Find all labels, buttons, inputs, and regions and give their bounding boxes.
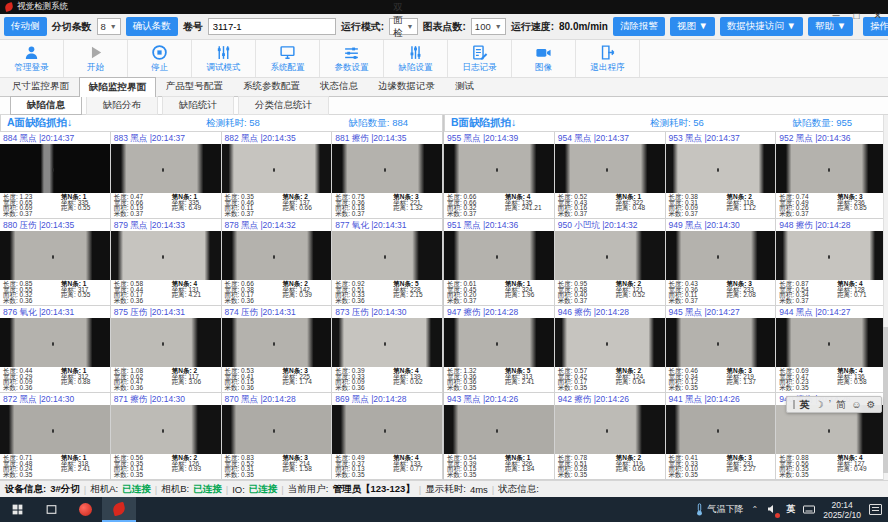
defect-cell[interactable]: 943 黑点 |20:14:26长度: 0.54宽度: 0.39面积: 0.15… — [444, 393, 555, 480]
defect-cell-header: 948 擦伤 |20:14:28 — [776, 219, 886, 231]
defect-cell[interactable]: 869 黑点 |20:14:28长度: 0.49宽度: 0.37面积: 0.13… — [332, 393, 443, 480]
taskbar-clock[interactable]: 20:14 2025/2/10 — [823, 500, 861, 520]
moon-icon[interactable]: ☽ — [815, 397, 824, 412]
defect-cell[interactable]: 949 黑点 |20:14:30长度: 0.43宽度: 0.36面积: 0.11… — [666, 219, 777, 306]
action-camera-button[interactable]: 图像 — [512, 40, 576, 77]
action-log-button[interactable]: 日志记录 — [448, 40, 512, 77]
defect-cell[interactable]: 942 擦伤 |20:14:26长度: 0.78宽度: 0.51面积: 0.28… — [555, 393, 666, 480]
defect-cell[interactable]: 880 压伤 |20:14:35长度: 0.85宽度: 0.55面积: 0.32… — [0, 219, 111, 306]
defect-cell-header: 942 擦伤 |20:14:26 — [555, 393, 665, 405]
main-tab-5[interactable]: 边缘数据记录 — [368, 76, 445, 96]
defect-cell[interactable]: 882 黑点 |20:14:35长度: 0.35宽度: 0.46面积: 0.11… — [222, 132, 333, 219]
defect-image — [222, 318, 332, 367]
defect-cell[interactable]: 881 擦伤 |20:14:35长度: 0.75宽度: 0.36面积: 0.18… — [332, 132, 443, 219]
action-center-icon[interactable] — [869, 504, 882, 515]
defect-cell[interactable]: 878 黑点 |20:14:32长度: 0.66宽度: 0.38面积: 0.17… — [222, 219, 333, 306]
defect-cell[interactable]: 877 氧化 |20:14:31长度: 0.92宽度: 0.51面积: 0.33… — [332, 219, 443, 306]
action-exit-button[interactable]: 退出程序 — [576, 40, 640, 77]
defect-info: 长度: 0.54宽度: 0.39面积: 0.15米数: 0.35第N条: 1坐标… — [444, 454, 554, 479]
defect-cell[interactable]: 944 黑点 |20:14:27长度: 0.69宽度: 0.47面积: 0.23… — [776, 306, 887, 393]
confirm-count-button[interactable]: 确认条数 — [126, 17, 178, 36]
action-params-button[interactable]: 参数设置 — [320, 40, 384, 77]
tray-expand-button[interactable]: ⌃ — [751, 505, 758, 514]
defect-cell[interactable]: 948 擦伤 |20:14:28长度: 0.87宽度: 0.54面积: 0.34… — [776, 219, 887, 306]
defect-cell[interactable]: 870 黑点 |20:14:28长度: 0.83宽度: 0.52面积: 0.31… — [222, 393, 333, 480]
action-stop-button[interactable]: 停止 — [128, 40, 192, 77]
main-tab-4[interactable]: 状态信息 — [310, 76, 368, 96]
defect-cell[interactable]: 875 压伤 |20:14:31长度: 1.08宽度: 0.62面积: 0.47… — [111, 306, 222, 393]
chart-points-select[interactable]: 100▼ — [471, 18, 506, 35]
defect-cell[interactable]: 955 黑点 |20:14:39长度: 0.66宽度: 0.66面积: 0.32… — [444, 132, 555, 219]
volume-button[interactable] — [766, 503, 778, 517]
main-tab-1[interactable]: 缺陷监控界面 — [79, 77, 156, 97]
view-menu-button[interactable]: 视图 ▼ — [670, 17, 715, 36]
action-debug-button[interactable]: 调试模式 — [192, 40, 256, 77]
main-tab-3[interactable]: 系统参数配置 — [233, 76, 310, 96]
clear-alarm-button[interactable]: 清除报警 — [613, 17, 665, 36]
action-play-button[interactable]: 开始 — [64, 40, 128, 77]
ime-settings-gear-icon[interactable]: ⚙ — [866, 397, 875, 412]
action-user-button[interactable]: 管理登录 — [0, 40, 64, 77]
defect-cell[interactable]: 945 黑点 |20:14:27长度: 0.46宽度: 0.34面积: 0.12… — [666, 306, 777, 393]
task-view-button[interactable] — [34, 497, 68, 522]
sub-tab-2[interactable]: 缺陷统计 — [162, 96, 234, 115]
defect-cell-header: 883 黑点 |20:14:37 — [111, 132, 221, 144]
main-tab-6[interactable]: 测试 — [445, 76, 484, 96]
slit-count-select[interactable]: 8▼ — [97, 18, 121, 35]
defect-cell[interactable]: 951 黑点 |20:14:36长度: 0.61宽度: 0.45面积: 0.20… — [444, 219, 555, 306]
defect-cell[interactable]: 954 黑点 |20:14:37长度: 0.52宽度: 0.43面积: 0.16… — [555, 132, 666, 219]
defect-cell[interactable]: 871 擦伤 |20:14:30长度: 0.56宽度: 0.35面积: 0.14… — [111, 393, 222, 480]
maximize-button[interactable]: □ — [854, 11, 860, 21]
ime-language-toggle[interactable]: 英 — [800, 397, 810, 412]
transmission-side-button[interactable]: 传动侧 — [4, 17, 47, 36]
simplified-chinese-toggle[interactable]: 简 — [836, 397, 846, 412]
defect-meter: 米数: 0.36 — [225, 298, 281, 304]
defect-cell-header: 953 黑点 |20:14:37 — [666, 132, 776, 144]
defect-cell[interactable]: 879 黑点 |20:14:33长度: 0.58宽度: 0.44面积: 0.17… — [111, 219, 222, 306]
defect-cell[interactable]: 873 压伤 |20:14:30长度: 0.39宽度: 0.33面积: 0.09… — [332, 306, 443, 393]
defect-info: 长度: 0.85宽度: 0.55面积: 0.32米数: 0.36第N条: 1坐标… — [0, 280, 110, 305]
defect-image — [776, 144, 886, 193]
defect-image — [111, 318, 221, 367]
main-tab-0[interactable]: 尺寸监控界面 — [2, 76, 79, 96]
main-tab-2[interactable]: 产品型号配置 — [156, 76, 233, 96]
defect-cell[interactable]: 946 擦伤 |20:14:28长度: 0.57宽度: 0.42面积: 0.17… — [555, 306, 666, 393]
start-button[interactable] — [0, 497, 34, 522]
data-quick-access-button[interactable]: 数据快捷访问 ▼ — [720, 17, 803, 36]
action-system-button[interactable]: 系统配置 — [256, 40, 320, 77]
close-button[interactable]: ✕ — [874, 11, 882, 21]
defect-cell[interactable]: 941 黑点 |20:14:26长度: 0.41宽度: 0.33面积: 0.10… — [666, 393, 777, 480]
touch-keyboard-icon[interactable] — [803, 505, 815, 515]
run-mode-select[interactable]: 双面检测▼ — [389, 18, 417, 35]
defect-dist: 距离: 1.32 — [393, 205, 422, 211]
windows-logo-icon — [11, 503, 24, 516]
minimize-button[interactable]: ─ — [832, 11, 839, 21]
ime-grip-icon[interactable] — [793, 400, 795, 409]
vertical-scrollbar[interactable] — [883, 115, 888, 480]
defect-cell[interactable]: 952 黑点 |20:14:36长度: 0.74宽度: 0.49面积: 0.26… — [776, 132, 887, 219]
sub-tab-3[interactable]: 分类信息统计 — [238, 96, 329, 115]
defect-cell[interactable]: 883 黑点 |20:14:37长度: 0.47宽度: 0.66面积: 0.19… — [111, 132, 222, 219]
sub-tab-1[interactable]: 缺陷分布 — [86, 96, 158, 115]
defect-cell[interactable]: 872 黑点 |20:14:30长度: 0.71宽度: 0.48面积: 0.24… — [0, 393, 111, 480]
toolbar-actions: 管理登录开始停止调试模式系统配置参数设置缺陷设置日志记录图像退出程序 — [0, 40, 888, 78]
defect-cell[interactable]: 874 压伤 |20:14:31长度: 0.53宽度: 0.41面积: 0.15… — [222, 306, 333, 393]
punctuation-toggle[interactable]: ’ — [829, 397, 831, 412]
defect-cell[interactable]: 947 擦伤 |20:14:28长度: 1.32宽度: 0.36面积: 0.36… — [444, 306, 555, 393]
play-icon — [87, 44, 104, 61]
defect-info: 长度: 0.53宽度: 0.41面积: 0.15米数: 0.36第N条: 3坐标… — [222, 367, 332, 392]
sub-tab-0[interactable]: 缺陷信息 — [10, 96, 82, 115]
defect-cell[interactable]: 876 氧化 |20:14:31长度: 0.44宽度: 0.29面积: 0.09… — [0, 306, 111, 393]
weather-tray-item[interactable]: 气温下降 — [695, 503, 743, 516]
roll-number-input[interactable] — [208, 18, 336, 35]
taskbar-app-browser[interactable] — [68, 497, 102, 522]
defect-cell[interactable]: 884 黑点 |20:14:37长度: 1.23宽度: 0.65面积: 0.69… — [0, 132, 111, 219]
scrollbar-thumb[interactable] — [883, 327, 888, 473]
ime-tray-indicator[interactable]: 英 — [786, 503, 795, 516]
emoji-icon[interactable]: ☺ — [851, 397, 861, 412]
defect-cell[interactable]: 950 小凹坑 |20:14:32长度: 0.95宽度: 0.58面积: 0.4… — [555, 219, 666, 306]
action-defect-button[interactable]: 缺陷设置 — [384, 40, 448, 77]
action-label: 调试模式 — [207, 62, 241, 74]
defect-cell[interactable]: 953 黑点 |20:14:37长度: 0.38宽度: 0.31面积: 0.09… — [666, 132, 777, 219]
taskbar-app-inspection[interactable] — [102, 497, 136, 522]
